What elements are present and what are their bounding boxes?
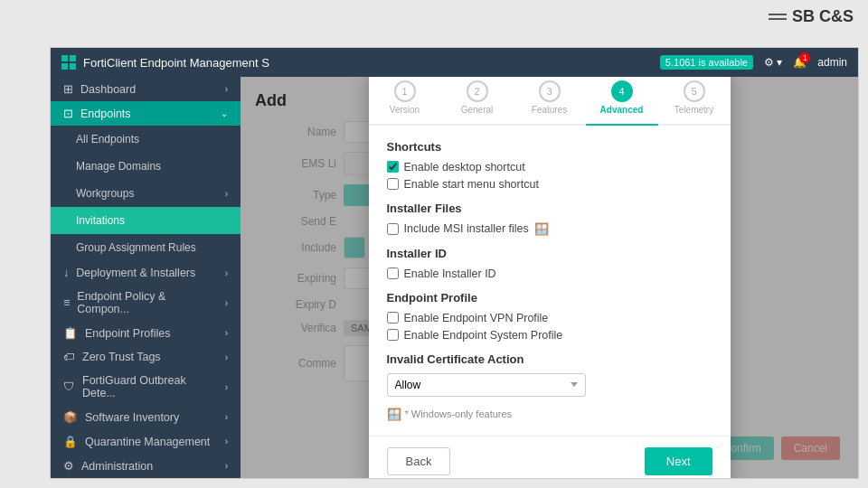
vpn-profile-label: Enable Endpoint VPN Profile [404, 312, 549, 324]
tag-icon: 🏷 [63, 351, 75, 363]
wizard-step-3[interactable]: 3 Features [514, 80, 586, 124]
sidebar-label-all-endpoints: All Endpoints [76, 133, 139, 145]
sidebar-item-zerotrust[interactable]: 🏷 Zero Trust Tags › [51, 345, 241, 369]
sidebar-label-software: Software Inventory [85, 411, 179, 424]
next-button[interactable]: Next [645, 447, 712, 475]
chevron-right-icon-dep: › [225, 268, 228, 278]
step-number-4: 4 [611, 80, 633, 102]
system-profile-row: Enable Endpoint System Profile [387, 329, 712, 342]
sidebar-item-group-assignment[interactable]: Group Assignment Rules [51, 234, 241, 261]
vpn-profile-row: Enable Endpoint VPN Profile [387, 312, 712, 324]
system-profile-label: Enable Endpoint System Profile [404, 329, 563, 342]
desktop-shortcut-row: Enable desktop shortcut [387, 161, 712, 174]
desktop-shortcut-checkbox[interactable] [387, 161, 399, 173]
windows-icon-msi: 🪟 [534, 222, 549, 236]
lock-icon: 🔒 [63, 435, 78, 448]
installer-id-label: Enable Installer ID [404, 267, 496, 280]
start-menu-label: Enable start menu shortcut [404, 178, 539, 191]
chevron-right-icon: › [225, 84, 228, 94]
app-logo [61, 55, 76, 70]
step-number-1: 1 [394, 80, 416, 102]
chevron-right-icon-fg: › [225, 382, 228, 392]
sidebar-label-fortiguard: FortiGuard Outbreak Dete... [82, 374, 218, 399]
app-header-right: 5.1061 is available ⚙ ▾ 🔔 1 admin [660, 55, 847, 70]
policy-icon: ≡ [63, 296, 70, 309]
wizard-step-5[interactable]: 5 Telemetry [658, 80, 731, 124]
installer-id-checkbox[interactable] [387, 267, 399, 279]
wizard-steps: 1 Version 2 General 3 Features 4 [369, 77, 731, 126]
modal-footer: Back Next [369, 436, 731, 479]
sidebar-label-policy: Endpoint Policy & Compon... [77, 290, 217, 315]
step-label-1: Version [390, 105, 420, 115]
step-label-2: General [461, 105, 494, 115]
sidebar-item-quarantine[interactable]: 🔒 Quarantine Management › [51, 429, 241, 454]
wizard-step-2[interactable]: 2 General [441, 80, 514, 124]
sidebar-label-endpoints: Endpoints [80, 108, 131, 120]
sidebar-item-dashboard[interactable]: ⊞ Dashboard › [51, 77, 241, 101]
vpn-profile-checkbox[interactable] [387, 312, 399, 324]
windows-note-text: * Windows-only features [405, 408, 513, 419]
version-badge[interactable]: 5.1061 is available [660, 55, 753, 70]
invalid-cert-select[interactable]: Allow Block Warn [387, 373, 586, 397]
desktop-shortcut-label: Enable desktop shortcut [404, 161, 525, 174]
wizard-step-1[interactable]: 1 Version [369, 80, 441, 124]
step-number-2: 2 [467, 80, 488, 102]
msi-installer-label: Include MSI installer files [404, 222, 529, 235]
app-window: FortiClient Endpoint Management S 5.1061… [50, 47, 859, 479]
sidebar-item-software[interactable]: 📦 Software Inventory › [51, 405, 241, 429]
sidebar-item-invitations[interactable]: Invitations [51, 207, 241, 234]
admin-label[interactable]: admin [817, 56, 847, 69]
step-label-5: Telemetry [675, 105, 713, 115]
endpoint-profile-title: Endpoint Profile [387, 291, 712, 305]
modal-body: Shortcuts Enable desktop shortcut Enable… [369, 126, 731, 436]
profile-icon: 📋 [63, 326, 78, 340]
wizard-step-4[interactable]: 4 Advanced [586, 80, 658, 124]
settings-icon[interactable]: ⚙ ▾ [764, 56, 782, 69]
shield-icon: 🛡 [63, 380, 75, 393]
chevron-right-icon-pro: › [225, 328, 228, 338]
app-title: FortiClient Endpoint Management S [83, 56, 269, 70]
windows-note: 🪟 * Windows-only features [387, 408, 712, 421]
chevron-right-icon-sw: › [225, 412, 228, 422]
grid-icon: ⊞ [63, 82, 73, 96]
top-branding: SB C&S [769, 7, 854, 26]
step-number-5: 5 [684, 80, 705, 102]
system-profile-checkbox[interactable] [387, 329, 399, 341]
sidebar-label-profiles: Endpoint Profiles [85, 327, 171, 340]
sidebar-item-profiles[interactable]: 📋 Endpoint Profiles › [51, 321, 241, 345]
sidebar-label-invitations: Invitations [76, 214, 125, 227]
gear-icon: ⚙ [63, 459, 74, 473]
sidebar-item-manage-domains[interactable]: Manage Domains [51, 153, 241, 180]
sidebar-label-zerotrust: Zero Trust Tags [82, 351, 161, 363]
installer-files-title: Installer Files [387, 202, 712, 215]
installer-id-row: Enable Installer ID [387, 267, 712, 280]
brand-name: SB C&S [792, 7, 854, 26]
app-header: FortiClient Endpoint Management S 5.1061… [51, 48, 858, 77]
step-label-4: Advanced [600, 105, 644, 115]
endpoints-icon: ⊡ [63, 107, 73, 120]
msi-installer-row: Include MSI installer files 🪟 [387, 222, 712, 236]
main-area: Add Name EMS Li Type Send E [241, 77, 858, 478]
sidebar: ⊞ Dashboard › ⊡ Endpoints ⌄ All Endpoint… [51, 77, 241, 478]
back-button[interactable]: Back [387, 447, 451, 475]
step-number-3: 3 [539, 80, 561, 102]
sidebar-item-all-endpoints[interactable]: All Endpoints [51, 126, 241, 153]
msi-installer-checkbox[interactable] [387, 223, 399, 235]
sidebar-item-deployment[interactable]: ↓ Deployment & Installers › [51, 261, 241, 285]
sidebar-label-manage-domains: Manage Domains [76, 160, 161, 173]
installer-id-title: Installer ID [387, 247, 712, 260]
modal-overlay: 1 Version 2 General 3 Features 4 [241, 77, 858, 478]
chevron-right-icon-zt: › [225, 352, 228, 362]
bell-icon[interactable]: 🔔 1 [793, 56, 807, 69]
sidebar-item-policy[interactable]: ≡ Endpoint Policy & Compon... › [51, 285, 241, 321]
sidebar-label-workgroups: Workgroups [76, 187, 134, 200]
notification-badge: 1 [799, 52, 810, 63]
sidebar-label-dashboard: Dashboard [80, 83, 136, 96]
sidebar-item-fortiguard[interactable]: 🛡 FortiGuard Outbreak Dete... › [51, 369, 241, 405]
sidebar-item-workgroups[interactable]: Workgroups › [51, 180, 241, 207]
start-menu-checkbox[interactable] [387, 178, 399, 190]
sidebar-item-endpoints[interactable]: ⊡ Endpoints ⌄ [51, 101, 241, 126]
chevron-down-icon: ⌄ [221, 108, 228, 118]
chevron-right-icon-pol: › [225, 298, 228, 308]
sidebar-item-administration[interactable]: ⚙ Administration › [51, 454, 241, 478]
